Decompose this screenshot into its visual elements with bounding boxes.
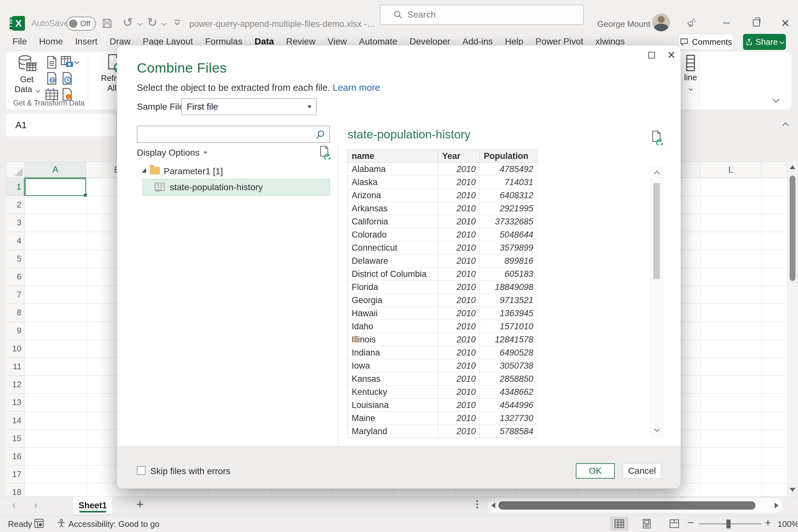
scroll-up-icon[interactable] (790, 165, 795, 169)
tree-expand-icon[interactable] (141, 168, 146, 173)
formula-bar-expand-icon[interactable] (782, 122, 789, 129)
user-name[interactable]: George Mount (597, 19, 650, 29)
view-page-layout-button[interactable] (638, 517, 656, 531)
accessibility-icon[interactable] (56, 518, 66, 529)
vertical-scroll-thumb[interactable] (790, 175, 795, 281)
search-input[interactable]: Search (380, 4, 584, 25)
avatar[interactable] (652, 14, 670, 31)
sample-file-dropdown[interactable]: First file (181, 98, 317, 115)
zoom-out-button[interactable]: − (687, 516, 694, 529)
row-header-11[interactable]: 11 (6, 358, 25, 376)
zoom-level[interactable]: 100% (778, 519, 798, 529)
scroll-down-icon[interactable] (790, 488, 795, 492)
select-all-corner[interactable] (6, 162, 25, 178)
prev-sheet-icon[interactable]: ‹ (12, 498, 16, 511)
row-header-17[interactable]: 17 (6, 466, 25, 483)
zoom-slider-thumb[interactable] (726, 519, 730, 529)
preview-col-name[interactable]: name (348, 150, 438, 163)
from-text-csv-icon[interactable] (44, 55, 59, 69)
tree-folder-item[interactable]: Parameter1 [1] (164, 166, 223, 176)
preview-scroll-thumb[interactable] (653, 183, 660, 279)
preview-col-population[interactable]: Population (480, 150, 537, 163)
excel-logo-icon[interactable]: X (10, 16, 25, 31)
zoom-in-button[interactable]: + (765, 516, 771, 529)
preview-scroll-up-icon[interactable] (654, 171, 660, 176)
row-header-7[interactable]: 7 (6, 286, 25, 304)
recent-sources-icon[interactable] (60, 71, 75, 86)
accessibility-status[interactable]: Accessibility: Good to go (69, 519, 159, 529)
horizontal-scroll-thumb[interactable] (498, 501, 756, 510)
close-button[interactable]: × (778, 15, 793, 31)
from-picture-icon[interactable] (60, 55, 75, 69)
tree-refresh-icon[interactable] (319, 146, 330, 159)
row-header-16[interactable]: 16 (6, 448, 25, 466)
learn-more-link[interactable]: Learn more (333, 82, 380, 93)
redo-icon[interactable]: ↻ (147, 15, 157, 30)
ribbon-tab-insert[interactable]: Insert (69, 33, 103, 50)
view-normal-button[interactable] (610, 517, 629, 531)
scroll-left-icon[interactable] (491, 502, 495, 508)
from-picture-dropdown-icon[interactable] (75, 59, 80, 64)
coming-soon-megaphone-icon[interactable] (686, 17, 697, 28)
horizontal-scrollbar[interactable] (487, 498, 783, 513)
share-button[interactable]: Share (743, 34, 786, 50)
display-options-dropdown[interactable]: Display Options (137, 148, 207, 158)
fill-handle[interactable] (83, 193, 87, 197)
comments-button[interactable]: Comments (679, 34, 734, 50)
row-header-18[interactable]: 18 (6, 483, 25, 496)
sheet-tab-sheet1[interactable]: Sheet1 (73, 496, 113, 514)
preview-col-year[interactable]: Year (438, 150, 480, 163)
row-header-15[interactable]: 15 (6, 430, 25, 448)
preview-refresh-icon[interactable] (650, 130, 663, 145)
preview-scroll-down-icon[interactable] (654, 426, 660, 432)
scroll-right-icon[interactable] (775, 502, 779, 508)
vertical-scrollbar[interactable] (787, 162, 798, 496)
macro-record-icon[interactable] (34, 518, 44, 529)
row-header-4[interactable]: 4 (6, 232, 25, 250)
redo-chevron-icon[interactable] (162, 21, 167, 26)
dialog-maximize-button[interactable] (645, 48, 659, 62)
autosave-toggle[interactable]: Off (66, 17, 96, 31)
row-header-5[interactable]: 5 (6, 250, 25, 268)
row-header-9[interactable]: 9 (6, 322, 25, 340)
view-page-break-button[interactable] (665, 517, 684, 531)
add-sheet-button[interactable]: + (136, 497, 144, 512)
minimize-button[interactable] (719, 15, 734, 31)
restore-button[interactable] (749, 15, 764, 31)
row-header-3[interactable]: 3 (6, 214, 25, 232)
dialog-close-button[interactable]: × (664, 48, 679, 62)
column-header-m[interactable]: M (762, 162, 787, 178)
ribbon-tab-home[interactable]: Home (33, 33, 69, 50)
row-header-2[interactable]: 2 (6, 196, 25, 214)
dialog-search-field[interactable] (141, 129, 315, 140)
workbook-title[interactable]: power-query-append-multiple-files-demo.x… (189, 19, 375, 29)
row-header-12[interactable]: 12 (6, 376, 25, 394)
save-icon[interactable] (102, 18, 113, 29)
preview-scrollbar[interactable] (650, 166, 663, 436)
skip-files-checkbox[interactable] (137, 466, 146, 475)
name-box[interactable]: A1 (6, 114, 116, 136)
tree-item-selected[interactable]: state-population-history (142, 179, 330, 196)
from-web-icon[interactable] (44, 71, 59, 86)
row-header-10[interactable]: 10 (6, 340, 25, 358)
undo-icon[interactable]: ↺ (123, 15, 133, 30)
row-header-6[interactable]: 6 (6, 268, 25, 286)
column-header-a[interactable]: A (25, 162, 86, 178)
next-sheet-icon[interactable]: › (34, 498, 37, 511)
cancel-button[interactable]: Cancel (623, 463, 661, 479)
row-header-13[interactable]: 13 (6, 394, 25, 412)
column-header-l[interactable]: L (700, 162, 762, 178)
collapse-ribbon-icon[interactable] (773, 96, 779, 102)
row-header-8[interactable]: 8 (6, 304, 25, 322)
dialog-search-icon[interactable] (315, 129, 325, 139)
ribbon-tab-file[interactable]: File (6, 33, 33, 50)
quick-access-customize-icon[interactable] (173, 19, 181, 26)
row-header-1[interactable]: 1 (6, 178, 25, 196)
dialog-search-input[interactable] (137, 126, 330, 143)
row-header-14[interactable]: 14 (6, 412, 25, 430)
scrollbar-resize-handle[interactable] (476, 500, 478, 508)
undo-chevron-icon[interactable] (137, 21, 142, 26)
preview-cell-name: Illinois (348, 333, 438, 346)
active-cell-a1[interactable] (25, 178, 86, 196)
ok-button[interactable]: OK (576, 463, 615, 479)
